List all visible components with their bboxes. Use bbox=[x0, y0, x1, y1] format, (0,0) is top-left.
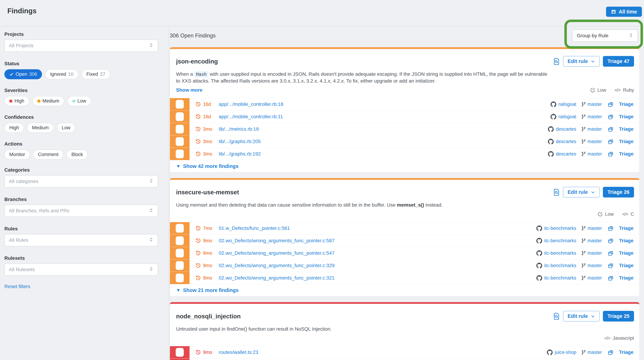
show-more-findings-label[interactable]: Show 42 more findings bbox=[183, 163, 238, 169]
show-more-findings[interactable]: ▼ Show 42 more findings bbox=[170, 160, 639, 172]
open-windows-icon[interactable] bbox=[608, 238, 614, 244]
branch-link[interactable]: master bbox=[588, 102, 602, 107]
open-windows-icon[interactable] bbox=[608, 138, 614, 145]
show-more-findings[interactable]: ▼ Show 21 more findings bbox=[170, 284, 639, 296]
triage-row-link[interactable]: Triage bbox=[619, 250, 634, 256]
edit-rule-button[interactable]: Edit rule bbox=[563, 56, 600, 67]
triage-row-link[interactable]: Triage bbox=[619, 151, 634, 157]
branch-link[interactable]: master bbox=[588, 275, 602, 281]
open-windows-icon[interactable] bbox=[608, 250, 614, 256]
triage-row-link[interactable]: Triage bbox=[619, 226, 634, 231]
rule-docs-icon[interactable] bbox=[553, 313, 560, 320]
edit-rule-button[interactable]: Edit rule bbox=[563, 311, 600, 322]
finding-path-link[interactable]: 02.wo_Defects/wrong_arguments_func_point… bbox=[219, 275, 334, 281]
open-windows-icon[interactable] bbox=[608, 349, 614, 356]
reset-filters-link[interactable]: Reset filters bbox=[4, 284, 30, 289]
finding-path-link[interactable]: app/.../mobile_controller.rb:11 bbox=[219, 114, 283, 119]
finding-checkbox[interactable] bbox=[176, 125, 184, 133]
confidence-pill-medium[interactable]: Medium bbox=[27, 123, 54, 133]
finding-checkbox[interactable] bbox=[176, 236, 184, 245]
finding-checkbox[interactable] bbox=[176, 150, 184, 158]
action-pill-comment[interactable]: Comment bbox=[33, 150, 63, 160]
rule-docs-icon[interactable] bbox=[553, 189, 560, 196]
triage-row-link[interactable]: Triage bbox=[619, 238, 634, 244]
open-windows-icon[interactable] bbox=[608, 151, 614, 157]
triage-row-link[interactable]: Triage bbox=[619, 126, 634, 132]
branch-link[interactable]: master bbox=[588, 114, 602, 119]
rules-select[interactable]: All Rules bbox=[4, 234, 158, 246]
finding-path-link[interactable]: lib/.../metrics.rb:18 bbox=[219, 126, 259, 132]
branch-link[interactable]: master bbox=[588, 251, 602, 256]
triage-all-button[interactable]: Triage 25 bbox=[603, 311, 634, 322]
finding-checkbox[interactable] bbox=[176, 137, 184, 146]
repo-link[interactable]: itc-benchmarks bbox=[544, 251, 576, 256]
repo-link[interactable]: railsgoat bbox=[558, 102, 576, 107]
repo-link[interactable]: railsgoat bbox=[558, 114, 576, 119]
branch-link[interactable]: master bbox=[588, 263, 602, 268]
severity-pill-low[interactable]: Low bbox=[68, 96, 91, 106]
finding-path-link[interactable]: routes/wallet.ts:23 bbox=[219, 350, 258, 355]
branch-link[interactable]: master bbox=[588, 126, 602, 132]
triage-row-link[interactable]: Triage bbox=[619, 101, 634, 107]
open-windows-icon[interactable] bbox=[608, 126, 614, 132]
show-more-findings-label[interactable]: Show 21 more findings bbox=[183, 287, 238, 293]
open-windows-icon[interactable] bbox=[608, 225, 614, 231]
finding-checkbox[interactable] bbox=[176, 261, 184, 270]
projects-select[interactable]: All Projects bbox=[4, 39, 158, 52]
rule-docs-icon[interactable] bbox=[553, 58, 560, 65]
triage-row-link[interactable]: Triage bbox=[619, 263, 634, 268]
confidence-pill-low[interactable]: Low bbox=[57, 123, 76, 133]
finding-checkbox[interactable] bbox=[176, 224, 184, 233]
finding-checkbox[interactable] bbox=[176, 348, 184, 357]
finding-path-link[interactable]: 01.w_Defects/func_pointer.c:561 bbox=[219, 226, 290, 231]
finding-path-link[interactable]: 02.wo_Defects/wrong_arguments_func_point… bbox=[219, 238, 334, 244]
group-by-select[interactable]: Group by Rule bbox=[572, 29, 638, 42]
triage-all-button[interactable]: Triage 26 bbox=[603, 187, 634, 198]
finding-checkbox[interactable] bbox=[176, 249, 184, 258]
repo-link[interactable]: descartes bbox=[556, 151, 576, 157]
triage-row-link[interactable]: Triage bbox=[619, 114, 634, 119]
open-windows-icon[interactable] bbox=[608, 113, 614, 120]
repo-link[interactable]: juice-shop bbox=[555, 350, 576, 355]
repo-link[interactable]: descartes bbox=[556, 126, 576, 132]
triage-row-link[interactable]: Triage bbox=[619, 350, 634, 355]
repo-link[interactable]: itc-benchmarks bbox=[544, 263, 576, 268]
status-pill-fixed[interactable]: Fixed 27 bbox=[82, 69, 110, 79]
open-windows-icon[interactable] bbox=[608, 262, 614, 269]
repo-link[interactable]: itc-benchmarks bbox=[544, 238, 576, 244]
action-pill-block[interactable]: Block bbox=[66, 150, 88, 160]
status-pill-open[interactable]: Open 306 bbox=[4, 69, 42, 79]
branch-link[interactable]: master bbox=[588, 350, 602, 355]
open-windows-icon[interactable] bbox=[608, 101, 614, 107]
categories-select[interactable]: All categories bbox=[4, 175, 158, 188]
rulesets-select[interactable]: All Rulesets bbox=[4, 263, 158, 276]
branch-link[interactable]: master bbox=[588, 238, 602, 244]
repo-link[interactable]: itc-benchmarks bbox=[544, 275, 576, 281]
confidence-pill-high[interactable]: High bbox=[4, 123, 24, 133]
edit-rule-button[interactable]: Edit rule bbox=[563, 187, 600, 198]
triage-row-link[interactable]: Triage bbox=[619, 275, 634, 281]
finding-path-link[interactable]: lib/.../graphs.rb:192 bbox=[219, 151, 261, 157]
repo-link[interactable]: itc-benchmarks bbox=[544, 226, 576, 231]
finding-path-link[interactable]: app/.../mobile_controller.rb:18 bbox=[219, 101, 283, 107]
finding-path-link[interactable]: 02.wo_Defects/wrong_arguments_func_point… bbox=[219, 250, 334, 256]
all-time-button[interactable]: All time bbox=[606, 7, 642, 17]
finding-path-link[interactable]: lib/.../graphs.rb:205 bbox=[219, 139, 261, 144]
severity-pill-high[interactable]: High bbox=[4, 96, 29, 106]
triage-all-button[interactable]: Triage 47 bbox=[603, 56, 634, 67]
status-pill-ignored[interactable]: Ignored 10 bbox=[45, 69, 78, 79]
triage-row-link[interactable]: Triage bbox=[619, 139, 634, 144]
open-windows-icon[interactable] bbox=[608, 275, 614, 281]
finding-checkbox[interactable] bbox=[176, 112, 184, 121]
branches-select[interactable]: All Branches, Refs and PRs bbox=[4, 205, 158, 217]
finding-checkbox[interactable] bbox=[176, 100, 184, 109]
repo-link[interactable]: descartes bbox=[556, 139, 576, 144]
branch-link[interactable]: master bbox=[588, 226, 602, 231]
branch-link[interactable]: master bbox=[588, 151, 602, 157]
severity-pill-medium[interactable]: Medium bbox=[32, 96, 64, 106]
action-pill-monitor[interactable]: Monitor bbox=[4, 150, 30, 160]
finding-path-link[interactable]: 02.wo_Defects/wrong_arguments_func_point… bbox=[219, 263, 334, 268]
show-more-link[interactable]: Show more bbox=[176, 87, 202, 93]
finding-checkbox[interactable] bbox=[176, 274, 184, 282]
branch-link[interactable]: master bbox=[588, 139, 602, 144]
